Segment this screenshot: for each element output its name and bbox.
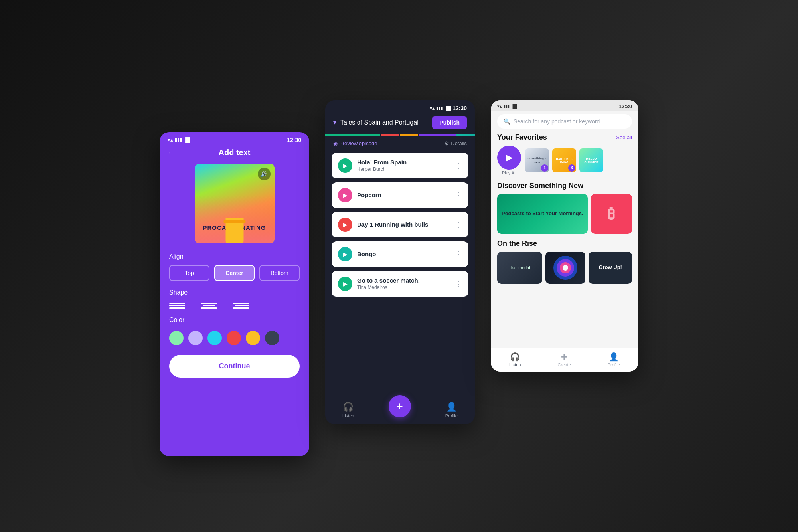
episode-menu-5[interactable]: ⋮ xyxy=(455,279,462,288)
nav-profile[interactable]: 👤 Profile xyxy=(445,402,458,418)
align-center-button[interactable]: Center xyxy=(214,265,255,281)
color-purple[interactable] xyxy=(188,331,203,345)
align-label: Align xyxy=(160,253,309,265)
on-rise-header: On the Rise xyxy=(497,239,632,248)
discovery-content: Your Favorites See all ▶ Play All descri… xyxy=(491,133,638,348)
search-input[interactable]: Search for any podcast or keyword xyxy=(514,118,600,125)
nav-add-button[interactable]: + xyxy=(389,395,411,417)
fav-podcast-1[interactable]: describing a rock 1 xyxy=(525,148,549,172)
screen-podcast-list: ▾▴ ▮▮▮ ▐█ 12:30 ▾ Tales of Spain and Por… xyxy=(325,100,475,424)
see-all-button[interactable]: See all xyxy=(616,134,632,140)
s3-nav-listen[interactable]: 🎧 Listen xyxy=(509,352,521,367)
episode-title-1: Hola! From Spain xyxy=(357,159,450,166)
episode-card-5: ▶ Go to a soccer match! Tina Medeiros ⋮ xyxy=(332,271,468,297)
episode-info-1: Hola! From Spain Harper Burch xyxy=(357,159,450,172)
profile-icon-3: 👤 xyxy=(609,352,619,362)
discover-img-mornings[interactable]: Podcasts to Start Your Mornings. xyxy=(497,194,588,234)
rise-card-google[interactable] xyxy=(545,252,586,284)
nav-listen[interactable]: 🎧 Listen xyxy=(342,402,354,418)
discover-section: Discover Something New Podcasts to Start… xyxy=(497,182,632,234)
align-top-button[interactable]: Top xyxy=(169,265,209,281)
status-bar-2: ▾▴ ▮▮▮ ▐█ 12:30 xyxy=(325,100,475,113)
discover-mornings-text: Podcasts to Start Your Mornings. xyxy=(502,210,583,217)
color-green[interactable] xyxy=(169,331,184,345)
episode-card-2: ▶ Popcorn ⋮ xyxy=(332,182,468,208)
chevron-down-icon[interactable]: ▾ xyxy=(333,119,336,126)
gear-icon: ⚙ xyxy=(444,140,449,146)
episode-card-3: ▶ Day 1 Running with bulls ⋮ xyxy=(332,212,468,237)
play-episode-2[interactable]: ▶ xyxy=(338,188,352,202)
back-button[interactable]: ← xyxy=(168,148,176,157)
s3-listen-label: Listen xyxy=(509,362,521,367)
episode-author-5: Tina Medeiros xyxy=(357,285,450,290)
fav-badge-1: 1 xyxy=(541,164,548,172)
rise-card-weird[interactable]: That's Weird xyxy=(497,252,542,284)
favorites-row: ▶ Play All describing a rock 1 DAD JOKES… xyxy=(497,146,632,175)
play-episode-5[interactable]: ▶ xyxy=(338,277,352,291)
battery-icon-3: ▐█ xyxy=(511,104,517,109)
screen-title: Add text xyxy=(219,148,251,157)
align-bottom-button[interactable]: Bottom xyxy=(259,265,300,281)
podcast-list-header: ▾ Tales of Spain and Portugal Publish xyxy=(325,113,475,134)
discover-title: Discover Something New xyxy=(497,182,583,190)
toolbar-row: ◉ Preview episode ⚙ Details xyxy=(325,140,475,151)
shape-label: Shape xyxy=(169,289,300,299)
search-bar[interactable]: 🔍 Search for any podcast or keyword xyxy=(497,114,632,129)
fav-podcast-2[interactable]: DAD JOKES DAILY 3 xyxy=(552,148,576,172)
signal-icon-3: ▮▮▮ xyxy=(504,104,510,108)
on-rise-title: On the Rise xyxy=(497,239,537,248)
episode-info-3: Day 1 Running with bulls xyxy=(357,221,450,228)
publish-button[interactable]: Publish xyxy=(432,116,467,129)
episode-info-4: Bongo xyxy=(357,251,450,257)
episode-menu-1[interactable]: ⋮ xyxy=(455,161,462,170)
add-text-header: ← Add text xyxy=(160,145,309,164)
progress-bar xyxy=(325,134,475,136)
screen-discovery: ▾▴ ▮▮▮ ▐█ 12:30 🔍 Search for any podcast… xyxy=(491,100,638,372)
shape-left[interactable] xyxy=(169,303,185,309)
details-button[interactable]: ⚙ Details xyxy=(444,140,467,146)
continue-button[interactable]: Continue xyxy=(169,355,300,378)
episode-title-2: Popcorn xyxy=(357,192,450,198)
discover-img-crypto[interactable]: ₿ xyxy=(591,194,632,234)
color-yellow[interactable] xyxy=(246,331,260,345)
status-time-1: 12:30 xyxy=(287,137,301,143)
on-rise-cards: That's Weird Grow Up! xyxy=(497,252,632,284)
color-label: Color xyxy=(169,316,300,327)
play-episode-4[interactable]: ▶ xyxy=(338,247,352,261)
search-icon: 🔍 xyxy=(504,118,510,125)
rise-card-grow[interactable]: Grow Up! xyxy=(589,252,632,284)
shape-center[interactable] xyxy=(201,303,217,309)
favorites-header: Your Favorites See all xyxy=(497,133,632,142)
sound-badge[interactable]: 🔊 xyxy=(258,168,271,180)
wifi-icon-3: ▾▴ xyxy=(497,104,502,109)
fav-badge-2: 3 xyxy=(568,164,575,172)
episode-title-5: Go to a soccer match! xyxy=(357,277,450,284)
status-bar-3: ▾▴ ▮▮▮ ▐█ 12:30 xyxy=(491,100,638,111)
fav-podcast-3[interactable]: HELLO SUMMER xyxy=(579,148,603,172)
status-time-3: 12:30 xyxy=(619,103,632,109)
play-all-label: Play All xyxy=(502,170,516,175)
status-bar-1: ▾▴ ▮▮▮ ▐█ 12:30 xyxy=(160,132,309,145)
shape-right[interactable] xyxy=(233,303,249,309)
discover-images: Podcasts to Start Your Mornings. ₿ xyxy=(497,194,632,234)
headphones-icon-3: 🎧 xyxy=(510,352,520,362)
signal-icon-2: ▮▮▮ xyxy=(436,106,443,110)
play-episode-1[interactable]: ▶ xyxy=(338,158,352,173)
play-circle-icon: ◉ xyxy=(333,140,338,146)
s3-nav-profile[interactable]: 👤 Profile xyxy=(608,352,620,367)
play-all-button[interactable]: ▶ xyxy=(497,146,521,170)
shapes-row xyxy=(169,303,300,309)
color-teal[interactable] xyxy=(207,331,222,345)
episode-menu-4[interactable]: ⋮ xyxy=(455,250,462,259)
wifi-icon: ▾▴ xyxy=(168,137,173,143)
s3-profile-label: Profile xyxy=(608,362,620,367)
episode-menu-2[interactable]: ⋮ xyxy=(455,191,462,200)
color-red[interactable] xyxy=(227,331,241,345)
s3-nav-create[interactable]: ✚ Create xyxy=(558,352,571,367)
episode-author-1: Harper Burch xyxy=(357,166,450,172)
preview-button[interactable]: ◉ Preview episode xyxy=(333,140,377,146)
shape-section: Shape xyxy=(160,289,309,316)
play-episode-3[interactable]: ▶ xyxy=(338,218,352,232)
color-dark[interactable] xyxy=(265,331,279,345)
episode-menu-3[interactable]: ⋮ xyxy=(455,220,462,229)
